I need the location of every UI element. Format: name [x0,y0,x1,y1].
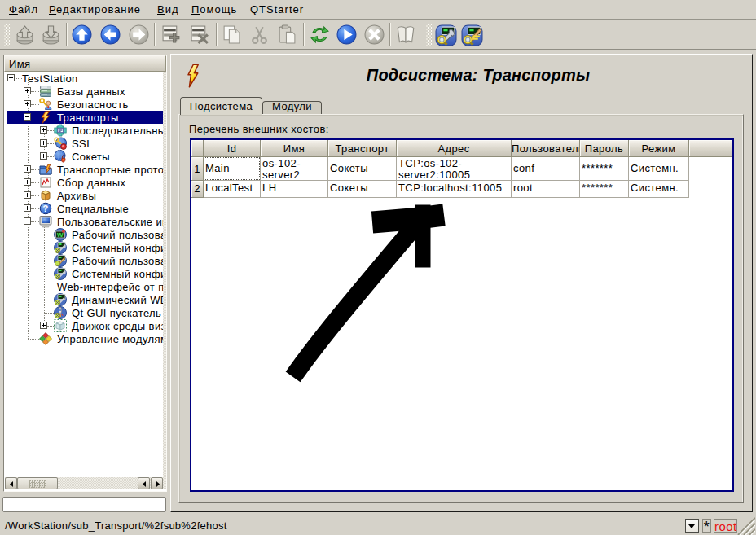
svg-text:?: ? [42,204,48,213]
